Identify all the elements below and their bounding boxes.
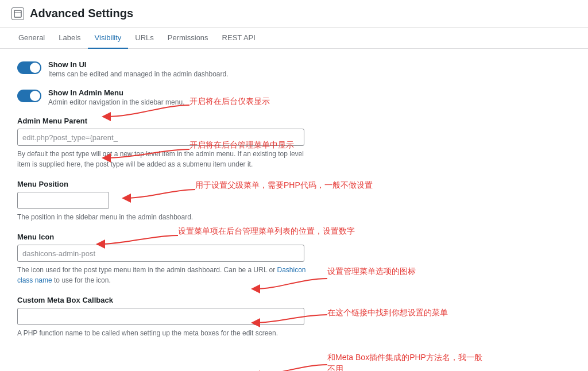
page-title: Advanced Settings [30,7,133,20]
admin-menu-parent-input[interactable] [17,129,304,146]
menu-position-group: Menu Position The position in the sideba… [17,180,571,222]
tab-permissions[interactable]: Permissions [161,28,215,49]
tab-rest-api[interactable]: REST API [215,28,262,49]
show-in-admin-menu-toggle[interactable] [17,90,41,102]
custom-meta-box-desc: A PHP function name to be called when se… [17,328,316,338]
tab-general[interactable]: General [11,28,52,49]
nav-tabs: General Labels Visibility URLs Permissio… [0,28,588,49]
custom-meta-box-group: Custom Meta Box Callback A PHP function … [17,296,571,338]
menu-icon-group: Menu Icon The icon used for the post typ… [17,233,571,285]
show-in-admin-menu-desc: Admin editor navigation in the sidebar m… [48,98,184,106]
menu-position-label: Menu Position [17,180,571,188]
annotation-7-text: 和Meta Box插件集成的PHP方法名，我一般 [327,352,482,364]
admin-menu-parent-group: Admin Menu Parent By default the post ty… [17,117,571,169]
annotation-7: 和Meta Box插件集成的PHP方法名，我一般 不用 [327,352,482,371]
content-area: Show In UI Items can be edited and manag… [0,49,588,360]
show-in-ui-desc: Items can be edited and managed in the a… [48,70,229,78]
menu-icon-label: Menu Icon [17,233,571,241]
custom-meta-box-label: Custom Meta Box Callback [17,296,571,304]
custom-meta-box-input[interactable] [17,308,304,325]
menu-position-desc: The position in the sidebar menu in the … [17,212,316,222]
settings-icon [11,7,24,20]
show-in-admin-menu-title: Show In Admin Menu [48,88,184,97]
arrow-7 [244,359,330,371]
show-in-ui-toggle[interactable] [17,61,41,74]
svg-rect-0 [14,10,21,17]
tab-labels[interactable]: Labels [52,28,87,49]
show-in-admin-menu-labels: Show In Admin Menu Admin editor navigati… [48,88,184,106]
menu-icon-desc: The icon used for the post type menu ite… [17,265,316,285]
menu-icon-input[interactable] [17,245,304,262]
page-header: Advanced Settings [0,0,588,28]
admin-menu-parent-label: Admin Menu Parent [17,117,571,125]
show-in-ui-row: Show In UI Items can be edited and manag… [17,60,571,78]
show-in-ui-title: Show In UI [48,60,229,69]
tab-urls[interactable]: URLs [128,28,161,49]
show-in-ui-labels: Show In UI Items can be edited and manag… [48,60,229,78]
show-in-admin-menu-row: Show In Admin Menu Admin editor navigati… [17,88,571,106]
annotation-7-text2: 不用 [327,364,482,371]
tab-visibility[interactable]: Visibility [88,28,129,49]
admin-menu-parent-desc: By default the post type will get a new … [17,149,316,169]
menu-position-input[interactable] [17,192,109,209]
